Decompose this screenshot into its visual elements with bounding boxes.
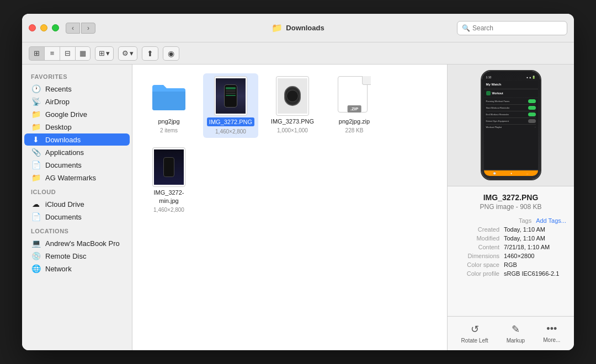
applications-icon: 📎 <box>31 148 41 157</box>
preview-colorspace-row: Color space RGB <box>455 261 566 268</box>
sidebar-item-documents[interactable]: 📄 Documents <box>24 159 130 171</box>
sidebar-item-recents-label: Recents <box>45 85 72 93</box>
sidebar-item-airdrop-label: AirDrop <box>45 98 70 106</box>
sidebar-item-ag-watermarks-label: AG Watermarks <box>45 174 96 182</box>
remote-disc-icon: 💿 <box>31 251 41 260</box>
sidebar-item-desktop-label: Desktop <box>45 123 72 131</box>
file-name-img3273: IMG_3273.PNG <box>271 117 314 125</box>
sidebar-item-documents-label: Documents <box>45 161 82 169</box>
folder-icon-wrapper <box>150 77 188 115</box>
settings-dropdown-arrow: ▾ <box>130 49 134 57</box>
sidebar-item-remote-disc[interactable]: 💿 Remote Disc <box>24 250 130 262</box>
list-view-icon: ≡ <box>50 49 55 57</box>
window-title-area: 📁 Downloads <box>272 23 324 33</box>
share-icon: ⬆ <box>147 49 153 58</box>
add-tags-button[interactable]: Add Tags... <box>536 217 566 224</box>
preview-tags-row: Tags Add Tags... <box>455 217 566 224</box>
preview-filetype: PNG image - 908 KB <box>455 203 566 211</box>
sidebar-item-google-drive[interactable]: 📁 Google Drive <box>24 108 130 120</box>
icon-view-icon: ⊞ <box>34 49 40 57</box>
forward-button[interactable]: › <box>81 23 95 34</box>
sidebar-item-remote-disc-label: Remote Disc <box>45 252 86 260</box>
title-folder-icon: 📁 <box>272 23 283 33</box>
desktop-icon: 📁 <box>31 122 41 131</box>
preview-phone-screen: 1:10 ● ▲ 🔋 My Watch Workout <box>482 71 540 179</box>
created-label: Created <box>455 226 499 233</box>
back-icon: ‹ <box>72 24 74 32</box>
file-meta-png2jpg-folder: 2 items <box>160 127 178 133</box>
preview-panel: 1:10 ● ▲ 🔋 My Watch Workout <box>447 65 574 350</box>
img3273-thumbnail <box>276 76 309 116</box>
search-input[interactable] <box>472 24 562 32</box>
preview-modified-row: Modified Today, 1:10 AM <box>455 235 566 242</box>
img3272-icon-wrapper <box>211 77 250 115</box>
airdrop-icon: 📡 <box>31 97 41 106</box>
file-item-img3273[interactable]: IMG_3273.PNG 1,000×1,000 <box>265 73 320 138</box>
gallery-dropdown-icon: ⊞ <box>99 49 105 57</box>
colorspace-label: Color space <box>455 261 499 268</box>
file-name-img3272: IMG_3272.PNG <box>207 117 254 126</box>
gallery-view-icon: ▦ <box>79 49 86 57</box>
share-button[interactable]: ⬆ <box>142 46 158 61</box>
sidebar-item-recents[interactable]: 🕐 Recents <box>24 83 130 95</box>
markup-icon: ✎ <box>512 323 520 335</box>
macbook-icon: 💻 <box>31 239 41 248</box>
sidebar: Favorites 🕐 Recents 📡 AirDrop 📁 Google D… <box>22 65 132 350</box>
markup-button[interactable]: ✎ Markup <box>507 323 525 344</box>
file-item-img3272-min[interactable]: IMG_3272-min.jpg 1,460×2,800 <box>141 144 196 216</box>
file-item-png2jpg-folder[interactable]: png2jpg 2 items <box>141 73 196 138</box>
column-view-icon: ⊟ <box>65 49 71 57</box>
favorites-section-label: Favorites <box>22 69 132 82</box>
back-button[interactable]: ‹ <box>66 23 80 34</box>
google-drive-icon: 📁 <box>31 110 41 119</box>
file-item-png2jpg-zip[interactable]: .ZIP png2jpg.zip 228 KB <box>327 73 382 138</box>
sidebar-item-icloud-drive[interactable]: ☁ iCloud Drive <box>24 198 130 210</box>
sidebar-item-ag-watermarks[interactable]: 📁 AG Watermarks <box>24 172 130 184</box>
gear-icon: ⚙ <box>122 49 129 57</box>
sidebar-item-applications-label: Applications <box>45 148 84 157</box>
locations-section-label: Locations <box>22 223 132 237</box>
tag-button[interactable]: ◉ <box>163 46 179 61</box>
sidebar-item-icloud-drive-label: iCloud Drive <box>45 200 84 208</box>
content-label: Content <box>455 244 499 250</box>
colorprofile-value: sRGB IEC61966-2.1 <box>504 270 566 277</box>
dimensions-label: Dimensions <box>455 253 499 259</box>
file-item-img3272[interactable]: IMG_3272.PNG 1,460×2,800 <box>203 73 258 138</box>
sidebar-item-downloads[interactable]: ⬇ Downloads <box>24 133 130 146</box>
sidebar-item-macbook[interactable]: 💻 Andrew's MacBook Pro <box>24 237 130 249</box>
dimensions-value: 1460×2800 <box>504 253 566 259</box>
file-area: png2jpg 2 items <box>132 65 447 350</box>
file-name-img3272-min: IMG_3272-min.jpg <box>145 189 193 205</box>
sidebar-item-network[interactable]: 🌐 Network <box>24 263 130 275</box>
settings-button[interactable]: ⚙ ▾ <box>118 46 137 61</box>
toolbar-right: 🔍 <box>457 21 567 35</box>
sidebar-item-airdrop[interactable]: 📡 AirDrop <box>24 95 130 108</box>
titlebar: ‹ › 📁 Downloads 🔍 <box>22 14 574 42</box>
search-bar[interactable]: 🔍 <box>457 21 567 35</box>
sidebar-item-applications[interactable]: 📎 Applications <box>24 146 130 158</box>
gallery-dropdown-button[interactable]: ⊞ ▾ <box>95 46 114 61</box>
file-meta-img3273: 1,000×1,000 <box>277 127 308 133</box>
search-icon: 🔍 <box>462 24 470 32</box>
close-button[interactable] <box>29 24 36 31</box>
icon-view-button[interactable]: ⊞ <box>29 46 44 61</box>
zip-icon: .ZIP <box>338 76 371 116</box>
preview-info: IMG_3272.PNG PNG image - 908 KB Tags Add… <box>448 186 574 286</box>
sidebar-item-icloud-documents[interactable]: 📄 Documents <box>24 211 130 223</box>
minimize-button[interactable] <box>40 24 47 31</box>
maximize-button[interactable] <box>52 24 59 31</box>
sidebar-item-macbook-label: Andrew's MacBook Pro <box>45 239 120 248</box>
zip-icon-wrapper: .ZIP <box>335 77 374 115</box>
sidebar-item-desktop[interactable]: 📁 Desktop <box>24 121 130 133</box>
rotate-left-button[interactable]: ↺ Rotate Left <box>461 323 488 344</box>
markup-label: Markup <box>507 338 525 344</box>
list-view-button[interactable]: ≡ <box>44 46 60 61</box>
view-toggle-group: ⊞ ≡ ⊟ ▦ <box>29 46 91 61</box>
img3273-icon-wrapper <box>273 77 312 115</box>
gallery-dropdown-arrow: ▾ <box>106 49 110 57</box>
gallery-view-button[interactable]: ▦ <box>75 46 91 61</box>
column-view-button[interactable]: ⊟ <box>60 46 75 61</box>
more-button[interactable]: ••• More... <box>543 323 560 344</box>
preview-actions: ↺ Rotate Left ✎ Markup ••• More... <box>448 316 574 350</box>
tag-icon: ◉ <box>168 49 174 58</box>
